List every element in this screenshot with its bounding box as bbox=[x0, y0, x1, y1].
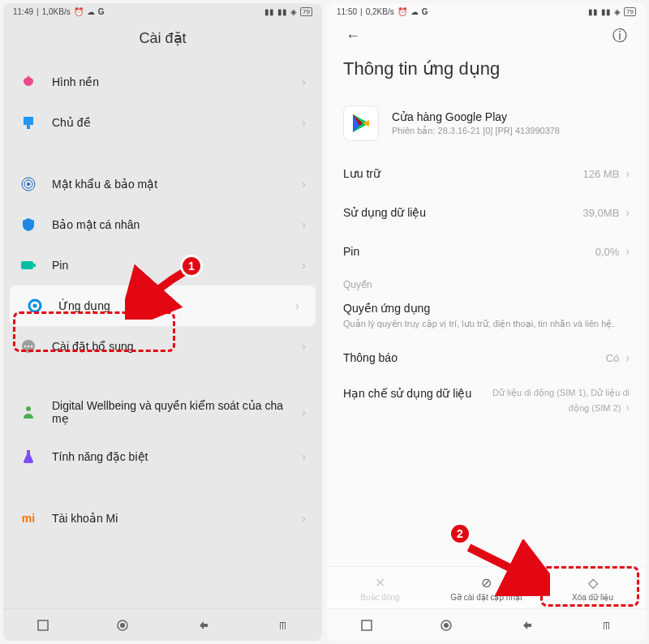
chevron-right-icon: › bbox=[302, 406, 306, 419]
row-storage[interactable]: Lưu trữ 126 MB› bbox=[327, 154, 646, 193]
nav-menu-button[interactable] bbox=[359, 618, 374, 633]
row-wallpaper[interactable]: Hình nền › bbox=[3, 62, 322, 102]
row-wellbeing[interactable]: Digital Wellbeing và quyền kiểm soát của… bbox=[3, 388, 322, 436]
chevron-right-icon: › bbox=[625, 401, 630, 414]
chevron-right-icon: › bbox=[302, 178, 306, 191]
svg-point-19 bbox=[444, 623, 449, 628]
back-button[interactable]: ← bbox=[343, 26, 363, 45]
svg-rect-14 bbox=[38, 620, 48, 630]
row-label: Ứng dụng bbox=[58, 299, 281, 312]
nav-home-button[interactable] bbox=[439, 618, 453, 633]
theme-icon bbox=[19, 114, 37, 131]
chevron-right-icon: › bbox=[295, 299, 299, 312]
svg-point-12 bbox=[31, 346, 32, 347]
section-permissions: Quyền bbox=[327, 271, 646, 294]
nav-back-button[interactable] bbox=[196, 618, 210, 633]
status-speed: 0,2KB/s bbox=[366, 7, 394, 16]
row-battery[interactable]: Pin › bbox=[3, 245, 322, 286]
forbidden-icon: ⊘ bbox=[479, 575, 494, 590]
battery-icon: 79 bbox=[300, 7, 312, 16]
g-icon: G bbox=[98, 7, 105, 16]
chevron-right-icon: › bbox=[302, 512, 306, 525]
status-bar: 11:49 | 1,0KB/s ⏰ ☁ G ▮▮ ▮▮ ◈ 79 bbox=[3, 3, 322, 19]
svg-point-8 bbox=[33, 304, 37, 308]
svg-point-10 bbox=[24, 346, 26, 347]
chevron-right-icon: › bbox=[625, 245, 630, 258]
chevron-right-icon: › bbox=[625, 206, 630, 219]
nav-accessibility-button[interactable]: 𐊿 bbox=[599, 618, 613, 633]
nav-menu-button[interactable] bbox=[36, 618, 50, 633]
lab-icon bbox=[19, 448, 37, 466]
battery-icon: 79 bbox=[624, 7, 636, 16]
nav-home-button[interactable] bbox=[115, 618, 130, 633]
badge-1: 1 bbox=[180, 255, 203, 277]
app-version: Phiên bản: 28.3.16-21 [0] [PR] 413990378 bbox=[392, 125, 560, 136]
row-restrict-data[interactable]: Hạn chế sử dụng dữ liệu Dữ liệu di động … bbox=[327, 377, 646, 425]
wifi-icon: ◈ bbox=[614, 7, 621, 16]
status-time: 11:50 bbox=[337, 7, 357, 16]
status-bar: 11:50 | 0,2KB/s ⏰ ☁ G ▮▮ ▮▮ ◈ 79 bbox=[327, 3, 646, 19]
status-speed: 1,0KB/s bbox=[42, 7, 71, 16]
battery-icon bbox=[19, 256, 37, 274]
row-label: Hình nền bbox=[52, 75, 287, 88]
info-button[interactable]: ⓘ bbox=[610, 26, 630, 45]
nav-bar: 𐊿 bbox=[327, 608, 646, 641]
eraser-icon: ◇ bbox=[586, 575, 600, 590]
alarm-icon: ⏰ bbox=[398, 7, 407, 16]
phone-app-info: 11:50 | 0,2KB/s ⏰ ☁ G ▮▮ ▮▮ ◈ 79 ← ⓘ Thô… bbox=[327, 3, 646, 641]
page-title: Thông tin ứng dụng bbox=[327, 52, 646, 92]
row-label: Pin bbox=[52, 259, 287, 272]
svg-rect-17 bbox=[362, 620, 372, 630]
phone-settings: 11:49 | 1,0KB/s ⏰ ☁ G ▮▮ ▮▮ ◈ 79 Cài đặt… bbox=[3, 3, 322, 641]
wallpaper-icon bbox=[19, 73, 37, 91]
sync-icon: ☁ bbox=[410, 7, 419, 16]
row-apps[interactable]: Ứng dụng › bbox=[10, 286, 316, 326]
row-notifications[interactable]: Thông báo Có› bbox=[327, 338, 646, 377]
chevron-right-icon: › bbox=[625, 167, 630, 180]
status-time: 11:49 bbox=[13, 7, 33, 16]
app-header: Cửa hàng Google Play Phiên bản: 28.3.16-… bbox=[327, 92, 646, 154]
row-security[interactable]: Mật khẩu & bảo mật › bbox=[3, 164, 322, 204]
chevron-right-icon: › bbox=[302, 218, 306, 231]
row-theme[interactable]: Chủ đề › bbox=[3, 102, 322, 143]
g-icon: G bbox=[422, 7, 428, 16]
dots-icon bbox=[19, 337, 37, 355]
row-data-usage[interactable]: Sử dụng dữ liệu 39,0MB› bbox=[327, 193, 646, 232]
svg-rect-1 bbox=[27, 125, 30, 129]
row-mi-account[interactable]: mi Tài khoản Mi › bbox=[3, 498, 322, 539]
nav-accessibility-button[interactable]: 𐊿 bbox=[275, 618, 290, 633]
fingerprint-icon bbox=[19, 175, 37, 193]
wifi-icon: ◈ bbox=[290, 7, 297, 16]
svg-point-16 bbox=[120, 623, 125, 628]
signal-icon-2: ▮▮ bbox=[601, 7, 611, 16]
svg-rect-0 bbox=[24, 117, 33, 125]
sync-icon: ☁ bbox=[87, 7, 95, 16]
chevron-right-icon: › bbox=[302, 259, 306, 272]
row-battery-usage[interactable]: Pin 0,0%› bbox=[327, 232, 646, 271]
row-label: Digital Wellbeing và quyền kiểm soát của… bbox=[52, 399, 287, 425]
row-label: Cài đặt bổ sung bbox=[52, 340, 287, 353]
chevron-right-icon: › bbox=[302, 116, 306, 129]
row-label: Mật khẩu & bảo mật bbox=[52, 178, 287, 191]
row-label: Chủ đề bbox=[52, 116, 287, 129]
chevron-right-icon: › bbox=[302, 450, 306, 463]
alarm-icon: ⏰ bbox=[74, 7, 84, 16]
row-more[interactable]: Cài đặt bổ sung › bbox=[3, 326, 322, 367]
force-stop-button[interactable]: ✕ Buộc đóng bbox=[327, 567, 433, 608]
nav-bar: 𐊿 bbox=[3, 608, 322, 641]
bottom-actions: ✕ Buộc đóng ⊘ Gỡ cài đặt cập nhật ◇ Xóa … bbox=[327, 566, 646, 608]
row-special[interactable]: Tính năng đặc biệt › bbox=[3, 436, 322, 477]
svg-point-4 bbox=[27, 182, 30, 186]
nav-back-button[interactable] bbox=[519, 618, 534, 633]
signal-icon-2: ▮▮ bbox=[277, 7, 287, 16]
close-icon: ✕ bbox=[373, 575, 388, 590]
row-label: Bảo mật cá nhân bbox=[52, 218, 287, 231]
row-app-permissions[interactable]: Quyền ứng dụng Quản lý quyền truy cập vị… bbox=[327, 294, 646, 338]
gear-icon bbox=[26, 297, 44, 315]
clear-data-button[interactable]: ◇ Xóa dữ liệu bbox=[539, 567, 646, 608]
uninstall-updates-button[interactable]: ⊘ Gỡ cài đặt cập nhật bbox=[433, 567, 539, 608]
row-privacy[interactable]: Bảo mật cá nhân › bbox=[3, 204, 322, 245]
app-name: Cửa hàng Google Play bbox=[392, 110, 560, 123]
chevron-right-icon: › bbox=[625, 351, 630, 364]
shield-icon bbox=[19, 216, 37, 234]
